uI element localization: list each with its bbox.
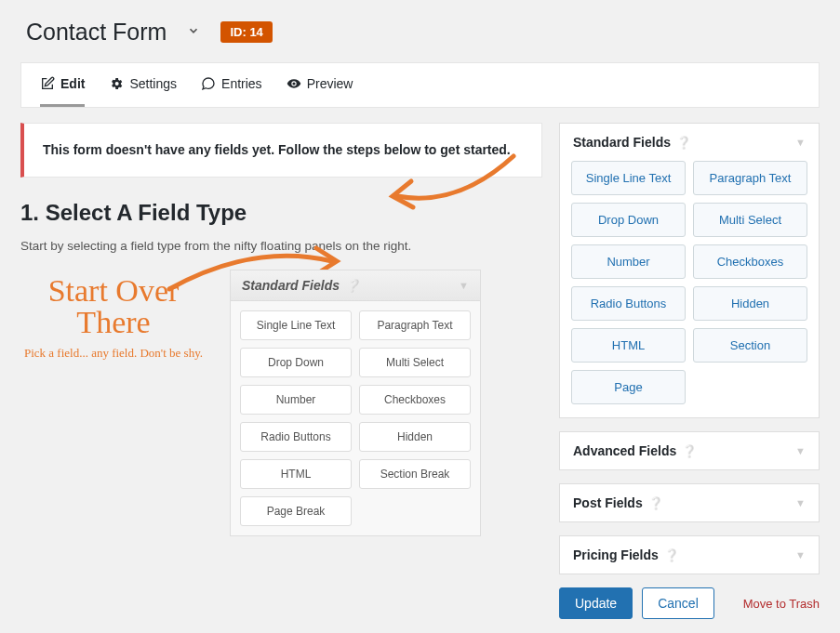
field-type-button[interactable]: Drop Down — [571, 203, 686, 237]
cancel-button[interactable]: Cancel — [642, 587, 714, 619]
pricing-fields-title: Pricing Fields — [573, 547, 659, 562]
field-type-button[interactable]: HTML — [571, 328, 686, 363]
preview-field-button[interactable]: HTML — [240, 459, 352, 489]
collapse-icon[interactable]: ▼ — [459, 280, 469, 291]
help-icon[interactable]: ❔ — [676, 136, 691, 150]
help-icon[interactable]: ❔ — [648, 496, 663, 510]
post-fields-title: Post Fields — [573, 495, 643, 510]
tab-entries[interactable]: Entries — [201, 76, 262, 107]
preview-field-button[interactable]: Drop Down — [240, 348, 352, 377]
tab-entries-label: Entries — [221, 76, 262, 91]
preview-fields-grid: Single Line TextParagraph TextDrop DownM… — [231, 301, 480, 535]
help-icon[interactable]: ❔ — [682, 444, 697, 458]
tab-settings[interactable]: Settings — [109, 76, 177, 107]
advanced-fields-header[interactable]: Advanced Fields ❔ ▼ — [560, 432, 819, 469]
collapse-icon[interactable]: ▼ — [795, 549, 806, 560]
pricing-fields-panel: Pricing Fields ❔ ▼ — [559, 535, 820, 574]
page-title: Contact Form — [26, 19, 167, 46]
tab-preview[interactable]: Preview — [287, 76, 353, 107]
preview-field-button[interactable]: Page Break — [240, 496, 352, 526]
field-type-button[interactable]: Hidden — [693, 286, 807, 321]
post-fields-panel: Post Fields ❔ ▼ — [559, 483, 820, 522]
tab-edit[interactable]: Edit — [40, 76, 85, 107]
handwriting-big: Start Over There — [20, 275, 207, 338]
collapse-icon[interactable]: ▼ — [795, 497, 806, 508]
field-type-button[interactable]: Multi Select — [693, 203, 807, 237]
edit-icon — [40, 76, 55, 91]
tab-edit-label: Edit — [60, 76, 85, 91]
preview-field-button[interactable]: Section Break — [359, 459, 471, 489]
collapse-icon[interactable]: ▼ — [795, 445, 806, 456]
standard-fields-title: Standard Fields — [573, 135, 671, 150]
post-fields-header[interactable]: Post Fields ❔ ▼ — [560, 484, 819, 521]
field-type-button[interactable]: Radio Buttons — [571, 286, 686, 321]
help-icon[interactable]: ❔ — [345, 279, 360, 293]
step-description: Start by selecting a field type from the… — [20, 239, 542, 253]
field-type-button[interactable]: Section — [693, 328, 807, 363]
standard-fields-header[interactable]: Standard Fields ❔ ▼ — [560, 124, 819, 161]
collapse-icon[interactable]: ▼ — [795, 137, 806, 148]
tab-bar: Edit Settings Entries Preview — [20, 62, 820, 108]
preview-panel-title: Standard Fields — [242, 278, 340, 293]
preview-field-button[interactable]: Checkboxes — [359, 385, 471, 415]
update-button[interactable]: Update — [559, 587, 633, 619]
id-badge: ID: 14 — [220, 21, 272, 43]
form-switcher-chevron-icon[interactable] — [183, 20, 204, 44]
preview-panel-header[interactable]: Standard Fields ❔ ▼ — [231, 270, 480, 301]
preview-field-button[interactable]: Paragraph Text — [359, 310, 471, 340]
pricing-fields-header[interactable]: Pricing Fields ❔ ▼ — [560, 536, 819, 574]
notice-box: This form doesn't have any fields yet. F… — [20, 123, 542, 178]
preview-field-button[interactable]: Multi Select — [359, 348, 471, 377]
field-type-button[interactable]: Single Line Text — [571, 161, 686, 195]
field-type-button[interactable]: Checkboxes — [693, 244, 807, 279]
tab-preview-label: Preview — [307, 76, 353, 91]
preview-fields-panel: Standard Fields ❔ ▼ Single Line TextPara… — [230, 270, 481, 536]
comment-icon — [201, 76, 216, 91]
tab-settings-label: Settings — [129, 76, 177, 91]
preview-field-button[interactable]: Number — [240, 385, 352, 415]
field-type-button[interactable]: Paragraph Text — [693, 161, 807, 195]
standard-fields-panel: Standard Fields ❔ ▼ Single Line TextPara… — [559, 123, 820, 418]
gear-icon — [109, 76, 124, 91]
preview-field-button[interactable]: Hidden — [359, 422, 471, 452]
advanced-fields-title: Advanced Fields — [573, 443, 676, 458]
notice-text: This form doesn't have any fields yet. F… — [43, 140, 523, 160]
advanced-fields-panel: Advanced Fields ❔ ▼ — [559, 431, 820, 470]
eye-icon — [287, 76, 301, 91]
preview-field-button[interactable]: Radio Buttons — [240, 422, 352, 452]
standard-fields-grid: Single Line TextParagraph TextDrop DownM… — [560, 161, 819, 417]
step-heading: 1. Select A Field Type — [20, 200, 542, 226]
field-type-button[interactable]: Number — [571, 244, 686, 279]
handwriting-small: Pick a field... any field. Don't be shy. — [20, 346, 207, 362]
help-icon[interactable]: ❔ — [664, 548, 679, 562]
trash-link[interactable]: Move to Trash — [743, 597, 820, 611]
preview-field-button[interactable]: Single Line Text — [240, 310, 352, 340]
field-type-button[interactable]: Page — [571, 370, 686, 404]
